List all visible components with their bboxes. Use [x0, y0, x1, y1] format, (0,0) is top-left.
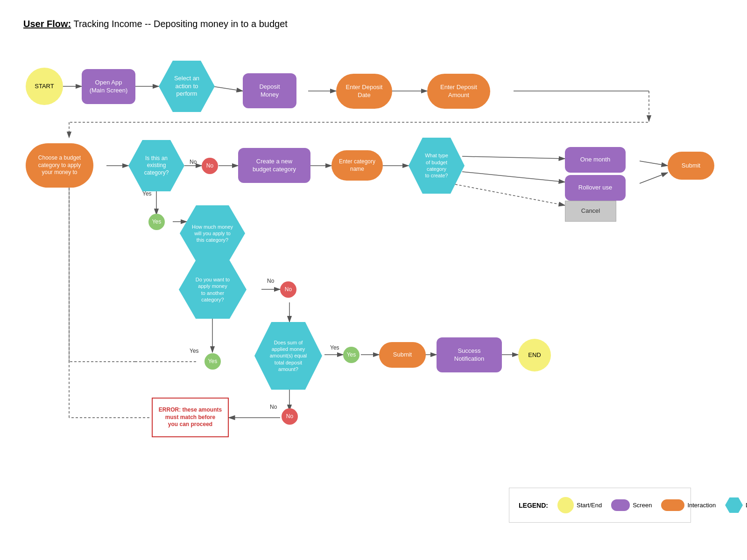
yes2-label: Yes — [190, 348, 199, 354]
yes3-node: Yes — [343, 347, 359, 363]
error-node: ERROR: these amounts must match before y… — [152, 398, 229, 437]
apply-another-node: Do you want to apply money to another ca… — [179, 260, 247, 319]
page-title: User Flow: Tracking Income -- Depositing… — [23, 19, 288, 29]
legend-screen: Screen — [611, 499, 652, 511]
yes3-label: Yes — [330, 344, 339, 351]
legend-start-end-label: Start/End — [577, 502, 602, 509]
svg-line-17 — [462, 172, 565, 182]
choose-category-node: Choose a budget category to apply your m… — [26, 143, 93, 188]
success-node: Success Notification — [437, 337, 502, 372]
submit-top-node: Submit — [668, 152, 714, 180]
enter-amount-node: Enter Deposit Amount — [427, 74, 490, 109]
legend-label: LEGEND: — [519, 502, 548, 509]
legend-interaction-label: Interaction — [687, 502, 716, 509]
legend-circle-shape — [557, 497, 574, 513]
legend-decision-shape — [725, 497, 743, 513]
legend-interaction-shape — [661, 499, 684, 511]
yes2-node: Yes — [204, 353, 221, 370]
title-prefix: User Flow: — [23, 19, 71, 29]
legend-decision: Decision — [725, 497, 747, 513]
deposit-money-node: Deposit Money — [243, 73, 296, 108]
svg-line-20 — [640, 173, 668, 183]
submit-bottom-node: Submit — [379, 342, 426, 368]
end-node: END — [518, 339, 551, 371]
enter-date-node: Enter Deposit Date — [336, 74, 392, 109]
legend-screen-shape — [611, 499, 630, 511]
rollover-node: Rollover use — [565, 175, 626, 201]
svg-line-16 — [462, 156, 565, 159]
no1-label: No — [190, 159, 197, 165]
yes1-label: Yes — [142, 190, 152, 197]
legend-interaction: Interaction — [661, 499, 716, 511]
legend-screen-label: Screen — [633, 502, 652, 509]
no1-node: No — [202, 158, 218, 174]
no2-node: No — [280, 281, 296, 298]
one-month-node: One month — [565, 147, 626, 173]
select-action-node: Select an action to perform — [159, 61, 215, 112]
cancel-node: Cancel — [565, 201, 616, 222]
enter-cat-name-node: Enter category name — [331, 150, 383, 181]
create-budget-node: Create a new budget category — [238, 148, 310, 183]
svg-line-19 — [640, 161, 668, 166]
legend-start-end: Start/End — [557, 497, 602, 513]
no2-label: No — [267, 278, 274, 284]
legend-box: LEGEND: Start/End Screen Interaction Dec… — [509, 488, 691, 523]
sum-equal-node: Does sum of applied money amount(s) equa… — [254, 322, 322, 390]
no3-label: No — [270, 404, 277, 410]
svg-line-4 — [212, 86, 243, 91]
title-suffix: Tracking Income -- Depositing money in t… — [73, 19, 287, 29]
open-app-node: Open App (Main Screen) — [82, 69, 135, 104]
yes1-node: Yes — [148, 214, 165, 230]
no3-node: No — [282, 408, 298, 425]
svg-line-18 — [455, 184, 565, 205]
is-existing-node: Is this an existing category? — [128, 140, 184, 191]
start-node: START — [26, 68, 63, 105]
what-type-node: What type of budget category to create? — [409, 138, 465, 194]
how-much-node: How much money will you apply to this ca… — [180, 205, 245, 261]
